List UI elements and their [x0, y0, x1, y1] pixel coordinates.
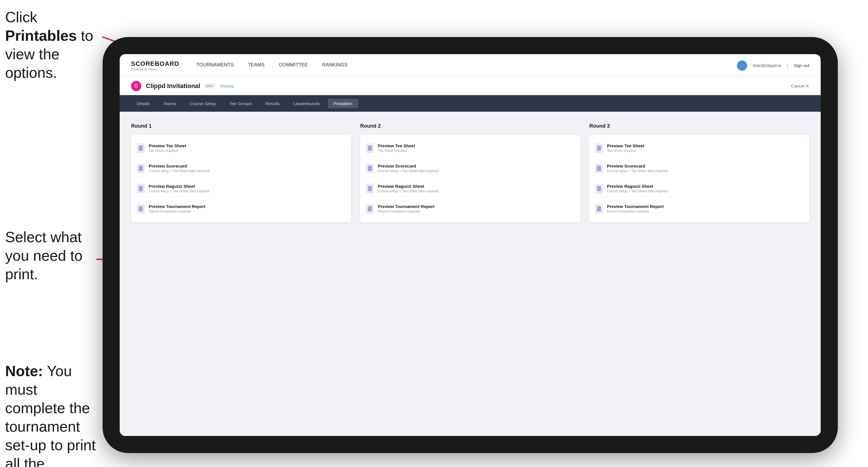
print-item[interactable]: Preview Tournament ReportRound Completio… [137, 201, 345, 217]
print-label: Preview Raguzzi Sheet [149, 184, 210, 189]
print-label: Preview Tee Sheet [149, 143, 186, 148]
top-nav-right: blair@clippd.io | Sign out [737, 60, 809, 71]
tournament-logo: C [131, 81, 141, 91]
print-item[interactable]: Preview ScorecardCourse setup + Tee Shee… [595, 161, 804, 176]
print-label: Preview Raguzzi Sheet [378, 184, 439, 189]
print-label: Preview Tee Sheet [378, 143, 415, 148]
print-item[interactable]: Preview Tee SheetTee Sheet required [595, 141, 804, 156]
tournament-name: Clippd Invitational [146, 82, 200, 90]
tournament-bar: C Clippd Invitational Men Hosting Cancel… [120, 77, 821, 95]
nav-rankings[interactable]: RANKINGS [322, 60, 347, 71]
document-icon [366, 163, 374, 173]
top-nav-links: TOURNAMENTS TEAMS COMMITTEE RANKINGS [196, 60, 737, 71]
print-label: Preview Scorecard [149, 163, 210, 168]
print-sublabel: Tee Sheet required [149, 149, 186, 153]
round-cards-1: Preview Tee SheetTee Sheet requiredPrevi… [131, 135, 351, 222]
logo-subtitle: Powered by clippd [131, 67, 179, 71]
nav-tournaments[interactable]: TOURNAMENTS [196, 60, 234, 71]
print-sublabel: Course setup + Tee Sheet data required [149, 169, 210, 173]
print-item[interactable]: Preview Raguzzi SheetCourse setup + Tee … [137, 181, 345, 196]
document-icon [366, 204, 374, 214]
print-sublabel: Course setup + Tee Sheet data required [607, 169, 668, 173]
document-icon [595, 143, 603, 153]
tab-results[interactable]: Results [259, 99, 285, 108]
tab-course-setup[interactable]: Course Setup [184, 99, 222, 108]
tournament-badge: Men [204, 83, 215, 89]
print-item[interactable]: Preview ScorecardCourse setup + Tee Shee… [366, 161, 575, 176]
document-icon [595, 204, 603, 214]
annotation-top: Click Printables to view the options. [5, 8, 96, 82]
rounds-grid: Round 1Preview Tee SheetTee Sheet requir… [131, 123, 809, 222]
print-item[interactable]: Preview Raguzzi SheetCourse setup + Tee … [366, 181, 575, 196]
print-sublabel: Course setup + Tee Sheet data required [149, 189, 210, 193]
print-sublabel: Course setup + Tee Sheet data required [378, 189, 439, 193]
document-icon [137, 163, 145, 173]
document-icon [366, 184, 374, 193]
top-nav: SCOREBOARD Powered by clippd TOURNAMENTS… [120, 54, 821, 77]
round-column-1: Round 1Preview Tee SheetTee Sheet requir… [131, 123, 351, 222]
logo-area: SCOREBOARD Powered by clippd [131, 60, 179, 71]
print-label: Preview Raguzzi Sheet [607, 184, 668, 189]
print-sublabel: Course setup + Tee Sheet data required [378, 169, 439, 173]
print-sublabel: Tee Sheet required [607, 149, 644, 153]
document-icon [137, 143, 145, 153]
user-email: blair@clippd.io [753, 63, 781, 68]
cancel-button[interactable]: Cancel ✕ [791, 84, 809, 89]
print-label: Preview Tournament Report [607, 204, 664, 209]
print-label: Preview Scorecard [607, 163, 668, 168]
print-item[interactable]: Preview Raguzzi SheetCourse setup + Tee … [595, 181, 804, 196]
nav-committee[interactable]: COMMITTEE [279, 60, 308, 71]
print-label: Preview Tee Sheet [607, 143, 644, 148]
print-item[interactable]: Preview Tournament ReportRound Completio… [595, 201, 804, 217]
main-content: Round 1Preview Tee SheetTee Sheet requir… [120, 112, 821, 436]
sign-out-link[interactable]: Sign out [794, 63, 809, 68]
nav-teams[interactable]: TEAMS [248, 60, 265, 71]
round-cards-2: Preview Tee SheetTee Sheet requiredPrevi… [360, 135, 580, 222]
tab-teams[interactable]: Teams [158, 99, 182, 108]
print-item[interactable]: Preview Tee SheetTee Sheet required [137, 141, 345, 156]
print-sublabel: Round Completion required [149, 210, 206, 213]
tab-tee-groups[interactable]: Tee Groups [224, 99, 258, 108]
tablet-frame: SCOREBOARD Powered by clippd TOURNAMENTS… [102, 37, 838, 453]
document-icon [137, 184, 145, 193]
print-item[interactable]: Preview Tee SheetTee Sheet required [366, 141, 575, 156]
print-sublabel: Course setup + Tee Sheet data required [607, 189, 668, 193]
round-title-2: Round 2 [360, 123, 580, 129]
print-label: Preview Tournament Report [378, 204, 435, 209]
logo-title: SCOREBOARD [131, 60, 179, 67]
print-item[interactable]: Preview Tournament ReportRound Completio… [366, 201, 575, 217]
tablet-screen: SCOREBOARD Powered by clippd TOURNAMENTS… [120, 54, 821, 436]
document-icon [366, 143, 374, 153]
tournament-status: Hosting [220, 84, 234, 88]
tab-leaderboards[interactable]: Leaderboards [287, 99, 326, 108]
user-avatar [737, 60, 747, 71]
annotation-middle: Select what you need to print. [5, 228, 96, 283]
print-sublabel: Round Completion required [607, 210, 664, 213]
round-title-1: Round 1 [131, 123, 351, 129]
print-item[interactable]: Preview ScorecardCourse setup + Tee Shee… [137, 161, 345, 176]
print-label: Preview Scorecard [378, 163, 439, 168]
tab-details[interactable]: Details [131, 99, 156, 108]
round-column-2: Round 2Preview Tee SheetTee Sheet requir… [360, 123, 580, 222]
second-nav: Details Teams Course Setup Tee Groups Re… [120, 95, 821, 112]
tab-printables[interactable]: Printables [328, 99, 358, 108]
round-column-3: Round 3Preview Tee SheetTee Sheet requir… [589, 123, 809, 222]
round-title-3: Round 3 [589, 123, 809, 129]
print-label: Preview Tournament Report [149, 204, 206, 209]
document-icon [595, 163, 603, 173]
print-sublabel: Tee Sheet required [378, 149, 415, 153]
round-cards-3: Preview Tee SheetTee Sheet requiredPrevi… [589, 135, 809, 222]
annotation-bottom: Note: You must complete the tournament s… [5, 362, 99, 467]
document-icon [595, 184, 603, 193]
document-icon [137, 204, 145, 214]
print-sublabel: Round Completion required [378, 210, 435, 213]
